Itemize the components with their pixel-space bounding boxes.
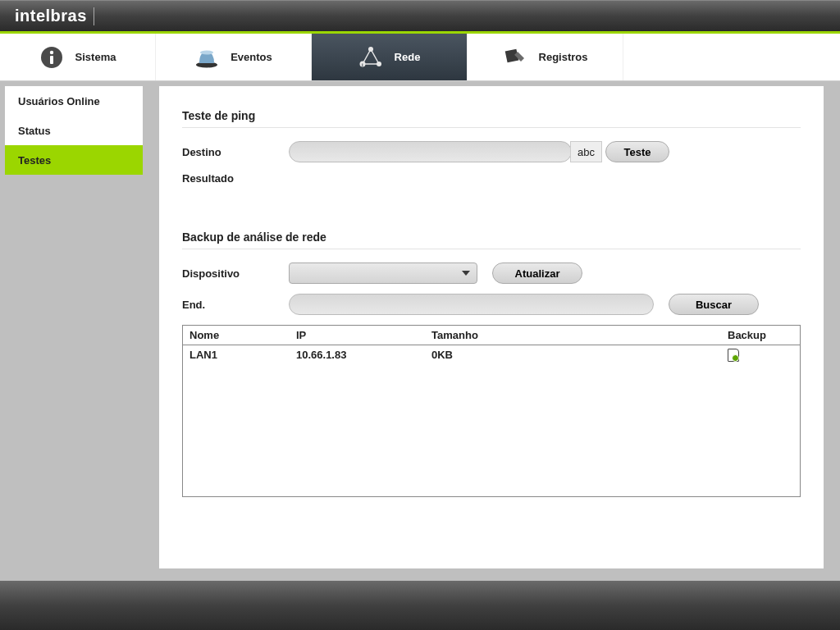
nav-bar: Sistema Eventos i Rede Registros	[0, 34, 840, 81]
svg-line-6	[371, 49, 379, 64]
nav-eventos[interactable]: Eventos	[156, 34, 312, 80]
col-nome: Nome	[189, 329, 296, 341]
dispositivo-select[interactable]	[289, 262, 477, 284]
sidebar-item-testes[interactable]: Testes	[5, 145, 143, 175]
cell-tamanho: 0KB	[431, 349, 728, 364]
end-label: End.	[182, 299, 289, 311]
cell-nome: LAN1	[189, 349, 296, 364]
main-panel: Teste de ping Destino abc Teste Resultad…	[159, 86, 824, 568]
abc-hint: abc	[570, 141, 602, 162]
nav-registros[interactable]: Registros	[468, 34, 623, 80]
svg-point-8	[368, 47, 373, 52]
nav-rede-label: Rede	[395, 51, 421, 63]
ping-section-title: Teste de ping	[182, 109, 801, 122]
interfaces-table: Nome IP Tamanho Backup LAN1 10.66.1.83 0…	[182, 325, 801, 497]
nav-sistema-label: Sistema	[75, 51, 116, 63]
svg-point-4	[200, 50, 213, 54]
sidebar-item-usuarios-online[interactable]: Usuários Online	[5, 86, 143, 116]
dispositivo-label: Dispositivo	[182, 267, 289, 280]
row-resultado: Resultado	[182, 172, 801, 185]
svg-point-10	[377, 62, 381, 66]
sidebar: Usuários Online Status Testes	[5, 86, 143, 568]
divider	[182, 249, 801, 249]
siren-icon	[194, 45, 219, 70]
cell-ip: 10.66.1.83	[296, 349, 431, 364]
sidebar-item-label: Usuários Online	[18, 95, 100, 107]
nav-rede[interactable]: i Rede	[312, 34, 468, 80]
divider	[182, 127, 801, 128]
col-tamanho: Tamanho	[431, 329, 728, 341]
backup-section-title: Backup de análise de rede	[182, 231, 801, 244]
col-ip: IP	[296, 329, 431, 341]
row-dispositivo: Dispositivo Atualizar	[182, 262, 801, 284]
sidebar-item-status[interactable]: Status	[5, 116, 143, 145]
nav-eventos-label: Eventos	[231, 51, 272, 63]
svg-point-1	[49, 50, 52, 53]
network-icon: i	[358, 45, 383, 70]
backup-file-icon[interactable]	[728, 349, 739, 362]
sidebar-item-label: Testes	[18, 154, 51, 167]
header-bar: intelbras	[0, 0, 840, 31]
content-wrap: Usuários Online Status Testes Teste de p…	[0, 81, 840, 573]
table-row[interactable]: LAN1 10.66.1.83 0KB	[183, 345, 800, 368]
chevron-down-icon	[462, 271, 470, 276]
brand-logo: intelbras	[15, 7, 94, 25]
svg-rect-2	[50, 56, 53, 64]
row-destino: Destino abc Teste	[182, 141, 801, 162]
nav-registros-label: Registros	[539, 51, 588, 63]
cell-backup	[728, 349, 793, 364]
end-input[interactable]	[289, 294, 654, 315]
atualizar-button[interactable]: Atualizar	[492, 262, 582, 284]
info-icon	[39, 45, 64, 70]
log-pencil-icon	[503, 45, 527, 70]
row-end: End. Buscar	[182, 294, 801, 315]
brand-text: intelbras	[15, 7, 87, 25]
table-header-row: Nome IP Tamanho Backup	[183, 326, 800, 345]
brand-separator	[94, 7, 94, 25]
resultado-label: Resultado	[182, 172, 289, 185]
sidebar-item-label: Status	[18, 125, 51, 137]
destino-input[interactable]	[289, 141, 572, 162]
teste-button[interactable]: Teste	[605, 141, 669, 162]
col-backup: Backup	[728, 329, 793, 341]
footer-bar	[0, 581, 840, 630]
buscar-button[interactable]: Buscar	[669, 294, 759, 315]
nav-sistema[interactable]: Sistema	[0, 34, 156, 80]
destino-label: Destino	[182, 146, 289, 158]
